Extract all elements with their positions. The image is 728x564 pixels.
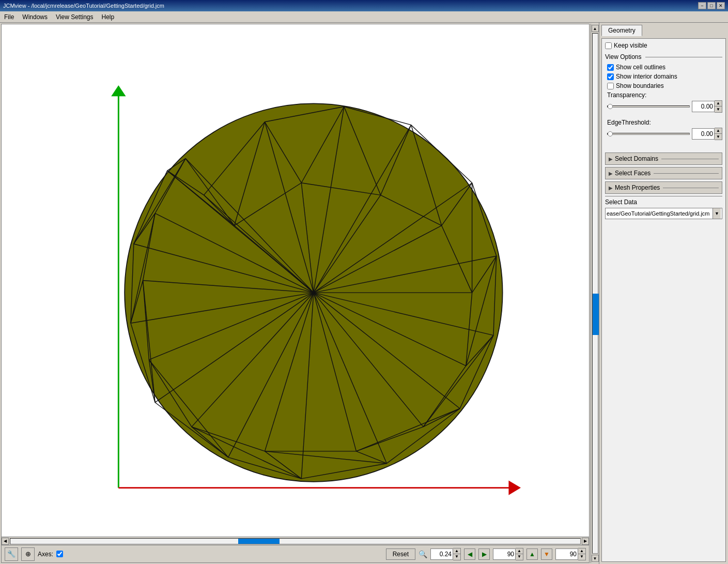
angle1-spinners: ▲ ▼: [516, 548, 523, 560]
v-scrollbar-track: [592, 33, 598, 554]
angle2-down-button[interactable]: ▼: [578, 554, 585, 560]
main-layout: ◀ ▶ 🔧 ⊕ Axes: Reset 🔍 0.24 ▲ ▼ ◀: [0, 23, 728, 564]
nav-down-button[interactable]: ▼: [541, 548, 552, 560]
select-data-dropdown[interactable]: ease/GeoTutorial/GettingStarted/grid.jcm…: [605, 208, 722, 219]
transparency-slider[interactable]: [607, 105, 690, 108]
nav-up-button[interactable]: ▲: [526, 548, 538, 560]
tab-geometry[interactable]: Geometry: [601, 25, 642, 36]
angle2-input[interactable]: 90: [555, 548, 578, 560]
menu-help[interactable]: Help: [99, 12, 118, 22]
nav-left-button[interactable]: ◀: [464, 548, 475, 560]
keep-visible-checkbox[interactable]: [605, 42, 612, 49]
edge-threshold-label: EdgeThreshold:: [607, 119, 722, 126]
h-scrollbar-thumb[interactable]: [238, 539, 280, 544]
transparency-label: Transparency:: [607, 92, 722, 99]
transparency-slider-row: 0.00 ▲ ▼: [607, 100, 722, 113]
edge-threshold-spinners: ▲ ▼: [715, 128, 722, 140]
angle2-up-button[interactable]: ▲: [578, 548, 585, 554]
scroll-up-button[interactable]: ▲: [592, 25, 599, 32]
show-interior-domains-row: Show interior domains: [605, 73, 722, 80]
angle1-input[interactable]: 90: [493, 548, 516, 560]
viewport[interactable]: [2, 24, 589, 537]
h-scrollbar-track: [10, 538, 581, 544]
nav-right-button[interactable]: ▶: [478, 548, 490, 560]
show-boundaries-label: Show boundaries: [616, 82, 664, 89]
mesh-geometry: [125, 103, 502, 481]
spacer: [605, 146, 722, 153]
right-panel: Geometry Keep visible View Options Show …: [599, 23, 728, 564]
edge-threshold-slider-row: 0.00 ▲ ▼: [607, 128, 722, 140]
zoom-down-button[interactable]: ▼: [453, 554, 460, 560]
select-domains-header[interactable]: ▶ Select Domains: [606, 153, 722, 164]
angle2-input-group: 90 ▲ ▼: [555, 548, 586, 560]
angle1-down-button[interactable]: ▼: [516, 554, 523, 560]
show-boundaries-checkbox[interactable]: [607, 83, 614, 89]
mesh-properties-arrow: ▶: [609, 185, 613, 191]
show-cell-outlines-checkbox[interactable]: [607, 64, 614, 71]
zoom-icon: 🔍: [419, 550, 427, 558]
tool-button-1[interactable]: 🔧: [5, 547, 18, 561]
panel-content: Keep visible View Options Show cell outl…: [601, 38, 726, 562]
reset-button[interactable]: Reset: [386, 548, 415, 560]
select-faces-header[interactable]: ▶ Select Faces: [606, 167, 722, 179]
h-scrollbar[interactable]: ◀ ▶: [2, 537, 589, 545]
v-scrollbar: ▲ ▼: [591, 24, 599, 563]
select-data-section: Select Data ease/GeoTutorial/GettingStar…: [605, 196, 722, 219]
bottom-toolbar: 🔧 ⊕ Axes: Reset 🔍 0.24 ▲ ▼ ◀ ▶ 90 ▲ ▼: [2, 545, 589, 562]
transparency-up-button[interactable]: ▲: [715, 101, 722, 106]
edge-threshold-up-button[interactable]: ▲: [715, 128, 722, 134]
axes-checkbox[interactable]: [56, 551, 63, 557]
mesh-properties-header[interactable]: ▶ Mesh Properties: [606, 182, 722, 193]
zoom-up-button[interactable]: ▲: [453, 548, 460, 554]
transparency-input-group: 0.00 ▲ ▼: [692, 100, 722, 113]
canvas-area: ◀ ▶ 🔧 ⊕ Axes: Reset 🔍 0.24 ▲ ▼ ◀: [1, 24, 590, 563]
edge-threshold-input-group: 0.00 ▲ ▼: [692, 128, 722, 140]
view-options-divider: [645, 57, 722, 57]
scroll-down-button[interactable]: ▼: [592, 555, 599, 562]
menu-view-settings[interactable]: View Settings: [53, 12, 97, 22]
select-faces-arrow: ▶: [609, 171, 613, 176]
scroll-right-button[interactable]: ▶: [582, 538, 589, 545]
transparency-group: Transparency: 0.00 ▲ ▼: [605, 92, 722, 113]
mesh-properties-section: ▶ Mesh Properties: [605, 181, 722, 194]
select-domains-arrow: ▶: [609, 156, 613, 162]
axes-label: Axes:: [38, 551, 53, 558]
show-cell-outlines-row: Show cell outlines: [605, 64, 722, 71]
transparency-down-button[interactable]: ▼: [715, 106, 722, 112]
scroll-left-button[interactable]: ◀: [2, 538, 9, 545]
zoom-input-group: 0.24 ▲ ▼: [430, 548, 461, 560]
edge-threshold-down-button[interactable]: ▼: [715, 134, 722, 140]
close-button[interactable]: ✕: [717, 2, 725, 9]
keep-visible-label: Keep visible: [614, 42, 647, 49]
mesh-canvas: [2, 24, 589, 537]
select-data-label: Select Data: [605, 199, 722, 206]
menu-file[interactable]: File: [1, 12, 17, 22]
zoom-spinners: ▲ ▼: [453, 548, 461, 560]
menu-windows[interactable]: Windows: [19, 12, 51, 22]
v-scrollbar-thumb[interactable]: [593, 294, 599, 335]
edge-threshold-group: EdgeThreshold: 0.00 ▲ ▼: [605, 119, 722, 140]
select-domains-section: ▶ Select Domains: [605, 153, 722, 165]
transparency-spinners: ▲ ▼: [715, 100, 722, 113]
view-options-section-header: View Options: [605, 53, 722, 60]
select-faces-label: Select Faces: [615, 170, 650, 177]
select-faces-divider: [654, 173, 719, 174]
select-data-dropdown-arrow[interactable]: ▼: [712, 208, 721, 219]
zoom-input[interactable]: 0.24: [430, 548, 453, 560]
maximize-button[interactable]: □: [707, 2, 716, 9]
select-faces-section: ▶ Select Faces: [605, 167, 722, 179]
tool-button-2[interactable]: ⊕: [21, 547, 35, 561]
show-interior-domains-checkbox[interactable]: [607, 73, 614, 80]
angle1-input-group: 90 ▲ ▼: [493, 548, 523, 560]
angle1-up-button[interactable]: ▲: [516, 548, 523, 554]
edge-threshold-input[interactable]: 0.00: [692, 128, 715, 140]
tab-bar: Geometry: [601, 25, 726, 36]
minimize-button[interactable]: −: [698, 2, 706, 9]
mesh-properties-divider: [663, 188, 719, 188]
select-domains-divider: [661, 159, 719, 159]
select-data-value: ease/GeoTutorial/GettingStarted/grid.jcm: [607, 210, 712, 217]
show-boundaries-row: Show boundaries: [605, 82, 722, 89]
transparency-input[interactable]: 0.00: [692, 101, 715, 112]
edge-threshold-slider[interactable]: [607, 133, 690, 135]
mesh-properties-label: Mesh Properties: [615, 184, 660, 191]
